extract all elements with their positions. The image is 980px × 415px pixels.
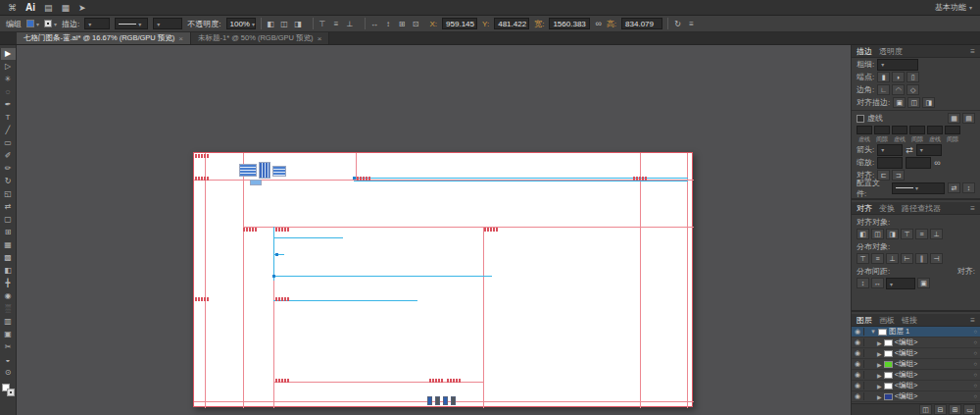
butt-cap-icon[interactable]: ▮	[877, 72, 890, 82]
pen-tool[interactable]: ✒	[1, 99, 16, 111]
close-icon[interactable]: ×	[178, 34, 183, 43]
dash-field[interactable]	[857, 126, 872, 134]
placed-image-thumbnail[interactable]	[250, 180, 262, 185]
projecting-cap-icon[interactable]: ▯	[906, 72, 919, 82]
expand-arrow-icon[interactable]: ▶	[877, 350, 882, 357]
artwork-tile[interactable]	[435, 396, 440, 405]
dist-right-icon[interactable]: ⊣	[930, 253, 943, 264]
align-vcenter-icon[interactable]: ≡	[915, 229, 928, 239]
free-transform-tool[interactable]: ▢	[1, 214, 16, 226]
flip-across-icon[interactable]: ↕	[962, 182, 975, 193]
arrange-icon[interactable]: ⊡	[410, 18, 422, 29]
align-right-icon[interactable]: ◨	[292, 18, 305, 29]
scale-end-field[interactable]	[906, 157, 931, 169]
vertical-space-icon[interactable]: ↕	[857, 278, 869, 288]
share-icon[interactable]: ➤	[78, 0, 86, 16]
swap-arrowheads-icon[interactable]: ⇄	[906, 142, 913, 158]
arrowhead-start-dropdown[interactable]: ▾	[877, 144, 903, 156]
selection-tool[interactable]: ▶	[1, 48, 16, 60]
arrange-documents-icon[interactable]: ▤	[44, 0, 53, 16]
x-field[interactable]: 959.145	[442, 18, 477, 29]
scale-start-field[interactable]	[877, 157, 903, 169]
expand-arrow-icon[interactable]: ▶	[877, 372, 882, 379]
pencil-tool[interactable]: ✏	[1, 163, 16, 175]
rectangle-tool[interactable]: ▭	[1, 137, 16, 149]
visibility-eye-icon[interactable]: ◉	[852, 392, 864, 400]
dash-field[interactable]	[874, 126, 890, 134]
mesh-tool[interactable]: ▩	[1, 252, 16, 264]
target-icon[interactable]: ○	[973, 361, 977, 367]
document-tab-2[interactable]: 未标题-1* @ 50% (RGB/GPU 预览) ×	[191, 32, 329, 44]
expand-arrow-icon[interactable]: ▶	[877, 339, 882, 346]
visibility-eye-icon[interactable]: ◉	[852, 360, 864, 368]
stroke-outside-icon[interactable]: ◨	[922, 97, 935, 108]
dist-hcenter-icon[interactable]: ∥	[915, 253, 928, 264]
round-join-icon[interactable]: ◠	[892, 84, 905, 95]
tab-align[interactable]: 对齐	[857, 203, 872, 214]
anchor-point[interactable]	[353, 177, 356, 180]
artwork-tile[interactable]	[443, 396, 448, 405]
artwork-tile[interactable]	[451, 396, 456, 405]
opacity-field[interactable]: 100%▾	[226, 18, 256, 29]
layer-row[interactable]: ◉▶<编组>○	[852, 337, 980, 348]
delete-layer-icon[interactable]: ▭	[963, 404, 976, 415]
blend-tool[interactable]: ◉	[1, 290, 16, 302]
symbol-sprayer-tool[interactable]: ░	[1, 303, 16, 315]
align-top-icon[interactable]: ⊤	[317, 18, 329, 29]
bevel-join-icon[interactable]: ◇	[906, 84, 919, 95]
target-icon[interactable]: ○	[973, 339, 977, 345]
perspective-grid-tool[interactable]: ▦	[1, 239, 16, 251]
tab-artboards[interactable]: 画板	[879, 315, 895, 326]
align-hcenter-icon[interactable]: ◫	[871, 229, 884, 239]
gradient-tool[interactable]: ◧	[1, 265, 16, 277]
width-tool[interactable]: ⇄	[1, 201, 16, 213]
stroke-inside-icon[interactable]: ◫	[907, 97, 920, 108]
round-cap-icon[interactable]: ◗	[892, 72, 905, 82]
dist-top-icon[interactable]: ⊤	[857, 253, 869, 264]
align-left-icon[interactable]: ◧	[857, 229, 869, 239]
tab-stroke[interactable]: 描边	[857, 46, 872, 57]
distribute-v-icon[interactable]: ↕	[382, 18, 395, 29]
visibility-eye-icon[interactable]: ◉	[852, 349, 864, 357]
align-vcenter-icon[interactable]: ≡	[330, 18, 343, 29]
link-scale-icon[interactable]: ∞	[934, 155, 940, 171]
target-icon[interactable]: ○	[973, 393, 977, 399]
magic-wand-tool[interactable]: ✳	[1, 74, 16, 85]
layer-row[interactable]: ◉▶<编组>○	[852, 370, 980, 381]
dash-field[interactable]	[909, 126, 925, 134]
preserve-dash-icon[interactable]: ▦	[948, 113, 960, 124]
artboard[interactable]	[193, 152, 693, 407]
horizontal-space-icon[interactable]: ↔	[871, 278, 884, 288]
layer-row[interactable]: ◉▶<编组>○	[852, 348, 980, 359]
align-right-icon[interactable]: ◨	[886, 229, 899, 239]
stroke-color-swatch[interactable]: ▾	[44, 20, 57, 27]
spacing-value-dropdown[interactable]: ▾	[886, 278, 915, 289]
close-icon[interactable]: ×	[318, 34, 322, 43]
miter-join-icon[interactable]: ∟	[877, 84, 890, 95]
align-dash-icon[interactable]: ▤	[962, 113, 975, 124]
app-grid-icon[interactable]: ▦	[62, 0, 71, 16]
rotate-tool[interactable]: ↻	[1, 176, 16, 187]
align-to-artboard-icon[interactable]: ▣	[917, 278, 930, 288]
line-segment-tool[interactable]: ╱	[1, 125, 16, 136]
layer-row[interactable]: ◉▶<编组>○	[852, 359, 980, 370]
stroke-center-icon[interactable]: ▣	[893, 97, 906, 108]
expand-arrow-icon[interactable]: ▶	[877, 383, 882, 389]
dash-field[interactable]	[892, 126, 907, 134]
dist-left-icon[interactable]: ⊢	[901, 253, 913, 264]
tab-layers[interactable]: 图层	[857, 315, 872, 326]
visibility-eye-icon[interactable]: ◉	[852, 338, 864, 346]
align-hcenter-icon[interactable]: ◫	[278, 18, 291, 29]
distribute-h-icon[interactable]: ↔	[368, 18, 381, 29]
expand-arrow-icon[interactable]: ▶	[877, 393, 882, 400]
target-icon[interactable]: ○	[973, 383, 977, 389]
dist-bottom-icon[interactable]: ⊥	[886, 253, 899, 264]
brush-definition-dropdown[interactable]: ▾	[115, 18, 148, 29]
height-field[interactable]: 834.079	[621, 18, 662, 29]
visibility-eye-icon[interactable]: ◉	[852, 371, 864, 379]
shape-builder-tool[interactable]: ⊞	[1, 227, 16, 238]
placed-image-thumbnail[interactable]	[239, 164, 257, 177]
tab-links[interactable]: 链接	[902, 315, 917, 326]
target-icon[interactable]: ○	[973, 350, 977, 356]
layer-row[interactable]: ◉▼图层 1○	[852, 327, 980, 337]
